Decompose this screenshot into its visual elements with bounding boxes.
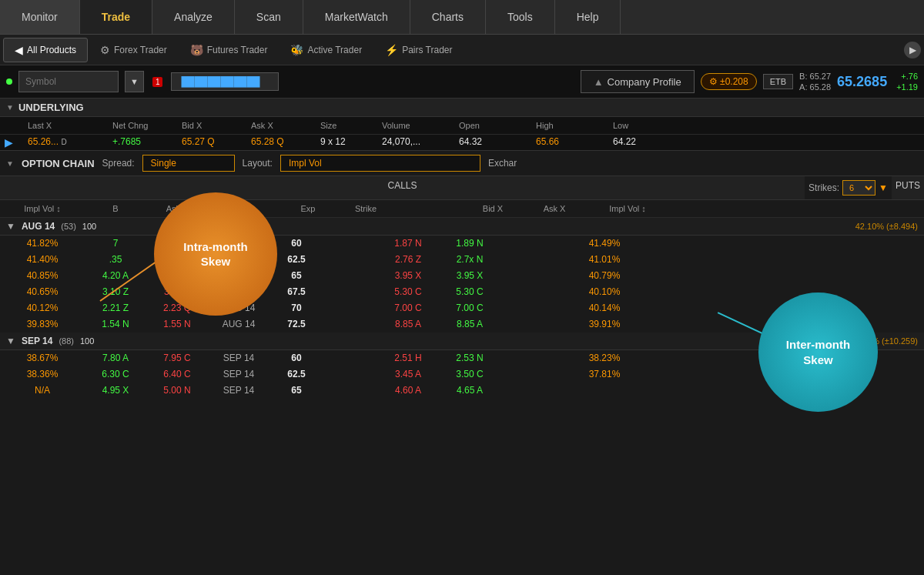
impl-vol-calls: 40.85% [0, 268, 85, 283]
strike-label[interactable]: 72.5 [270, 316, 323, 332]
layout-field[interactable]: Impl Vol [280, 155, 480, 172]
ticker-name: ████████████ [171, 72, 279, 91]
etb-badge: ETB [763, 74, 793, 89]
impl-vol-calls: 39.83% [0, 316, 85, 332]
nav-monitor[interactable]: Monitor [0, 0, 80, 34]
bid-calls: 7.80 A [85, 350, 146, 366]
option-row: 41.40% .35 .65 C AUG 14 62.5 2.76 Z 2.7x… [0, 252, 924, 268]
alert-badge: 1 [152, 77, 163, 87]
nav-tools[interactable]: Tools [486, 0, 555, 34]
strike-label[interactable]: 60 [270, 236, 323, 251]
impl-vol-calls: 41.82% [0, 236, 85, 251]
calls-puts-header: CALLS Strikes: 6810 ▼ PUTS [0, 176, 924, 200]
expiry-row[interactable]: ▼ AUG 14 (53) 100 42.10% (±8.494) [0, 218, 924, 236]
all-products-icon: ◀ [15, 44, 23, 56]
underlying-triangle[interactable]: ▼ [6, 103, 14, 112]
bid-puts: 2.51 H [377, 350, 439, 366]
impl-vol-puts: 41.01% [562, 252, 647, 267]
nav-help[interactable]: Help [555, 0, 621, 34]
bid-calls: 4.95 X [85, 383, 146, 398]
bid-puts: 3.95 X [377, 268, 439, 283]
exp-label: SEP 14 [208, 383, 270, 398]
exp-label: SEP 14 [208, 366, 270, 382]
option-row: 40.12% 2.21 Z 2.23 Q AUG 14 70 7.00 C 7.… [0, 300, 924, 316]
strike-label[interactable]: 62.5 [270, 366, 323, 382]
change-icon: ⚙ [709, 76, 718, 87]
bid-calls: 7 [85, 236, 146, 251]
bid-calls: .35 [85, 252, 146, 267]
strike-label[interactable]: 70 [270, 300, 323, 316]
exp-label: AUG 14 [208, 284, 270, 299]
expiry-label: SEP 14 [22, 336, 52, 346]
exp-label: AUG 14 [208, 252, 270, 267]
ask-calls: 1.55 N [146, 316, 208, 332]
sec-active-trader[interactable]: 🐝 Active Trader [280, 38, 373, 62]
ticker-bar: ▼ 1 ████████████ ▲ Company Profile ⚙ ±0.… [0, 65, 924, 99]
pairs-icon: ⚡ [385, 44, 398, 56]
options-data: ▼ AUG 14 (53) 100 42.10% (±8.494) 41.82%… [0, 218, 924, 399]
impl-vol-calls: 38.67% [0, 350, 85, 366]
puts-label: PUTS [892, 176, 924, 199]
spread-field[interactable]: Single [142, 155, 235, 172]
nav-arrow-btn[interactable]: ▶ [904, 42, 921, 59]
sec-all-products[interactable]: ◀ All Products [3, 38, 88, 62]
bid-puts: 7.00 C [377, 300, 439, 316]
option-col-headers: Impl Vol ↕ B Ask X Exp Strike Bid X Ask … [0, 200, 924, 218]
option-chain-header: ▼ OPTION CHAIN Spread: Single Layout: Im… [0, 151, 924, 176]
impl-vol-puts: 40.10% [562, 284, 647, 299]
underlying-col-headers: Last XNet ChngBid XAsk X SizeVolumeOpenH… [0, 117, 924, 135]
sec-pairs-trader[interactable]: ⚡ Pairs Trader [374, 38, 463, 62]
nav-trade[interactable]: Trade [80, 0, 152, 34]
calls-label: CALLS [0, 176, 805, 199]
nav-scan[interactable]: Scan [235, 0, 303, 34]
underlying-data-row: ▶ 65.26... D +.7685 65.27 Q 65.28 Q 9 x … [0, 135, 924, 150]
bid-calls: 3.10 Z [85, 284, 146, 299]
ticker-dropdown-btn[interactable]: ▼ [125, 71, 144, 92]
sec-forex-trader[interactable]: ⚙ Forex Trader [89, 38, 178, 62]
expiry-count: (53) [61, 222, 76, 231]
bid-calls: 2.21 Z [85, 300, 146, 316]
exp-label: SEP 14 [208, 350, 270, 366]
strike-label[interactable]: 67.5 [270, 284, 323, 299]
bid-puts: 8.85 A [377, 316, 439, 332]
impl-vol-puts [562, 388, 647, 393]
secondary-nav: ◀ All Products ⚙ Forex Trader 🐻 Futures … [0, 35, 924, 65]
strike-label[interactable]: 60 [270, 350, 323, 366]
ask-puts: 5.30 C [439, 284, 500, 299]
ticker-input[interactable] [18, 71, 119, 92]
nav-charts[interactable]: Charts [410, 0, 486, 34]
expiry-row[interactable]: ▼ SEP 14 (88) 100 39.43% (±10.259) [0, 333, 924, 350]
ask-calls: 7.95 C [146, 350, 208, 366]
price-info: B: 65.27 A: 65.28 [799, 71, 831, 93]
strike-label[interactable]: 65 [270, 268, 323, 283]
expiry-triangle[interactable]: ▼ [6, 336, 15, 346]
ask-puts: 3.95 X [439, 268, 500, 283]
oc-triangle[interactable]: ▼ [6, 159, 14, 168]
strikes-select[interactable]: 6810 [842, 180, 875, 196]
ask-puts: 1.89 N [439, 236, 500, 251]
main-price: 65.2685 [837, 74, 887, 90]
underlying-table: Last XNet ChngBid XAsk X SizeVolumeOpenH… [0, 117, 924, 151]
option-row: 41.82% 7 .25 A AUG 14 60 1.87 N 1.89 N 4… [0, 236, 924, 252]
forex-icon: ⚙ [100, 44, 110, 56]
sec-futures-trader[interactable]: 🐻 Futures Trader [179, 38, 279, 62]
futures-icon: 🐻 [190, 44, 203, 56]
impl-vol-puts: 39.91% [562, 316, 647, 332]
nav-analyze[interactable]: Analyze [152, 0, 235, 34]
option-row: 38.36% 6.30 C 6.40 C SEP 14 62.5 3.45 A … [0, 366, 924, 383]
ask-puts: 7.00 C [439, 300, 500, 316]
expiry-triangle[interactable]: ▼ [6, 221, 15, 232]
ask-calls: 4.25 N [146, 268, 208, 283]
bid-puts: 3.45 A [377, 366, 439, 382]
company-profile-btn[interactable]: ▲ Company Profile [581, 70, 695, 93]
nav-marketwatch[interactable]: MarketWatch [303, 0, 410, 34]
impl-vol-calls: N/A [0, 383, 85, 398]
expiry-count: (88) [59, 336, 74, 346]
option-row: 40.65% 3.10 Z 3.15 A AUG 14 67.5 5.30 C … [0, 284, 924, 300]
strike-label[interactable]: 65 [270, 383, 323, 398]
strike-label[interactable]: 62.5 [270, 252, 323, 267]
ask-calls: 6.40 C [146, 366, 208, 382]
ask-puts: 8.85 A [439, 316, 500, 332]
option-row: 40.85% 4.20 A 4.25 N AUG 14 65 3.95 X 3.… [0, 268, 924, 284]
expiry-right-value: 42.10% (±8.494) [855, 222, 918, 231]
